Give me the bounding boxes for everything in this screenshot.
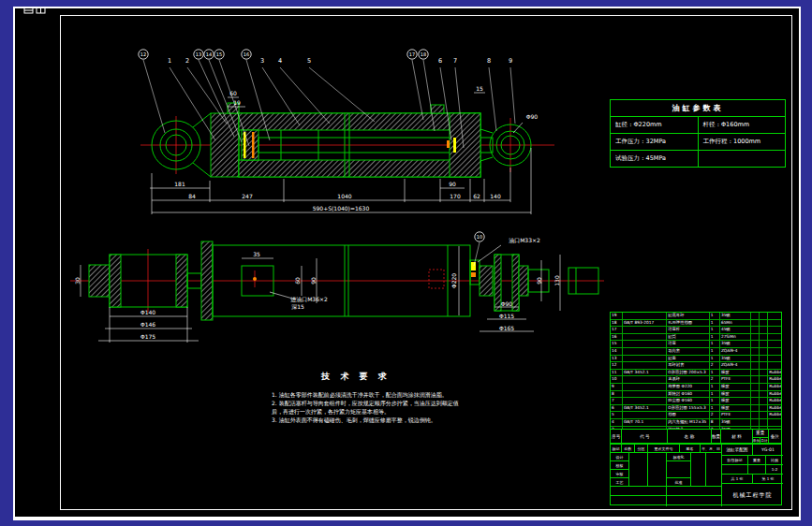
tb-standardize: 标准化 bbox=[667, 453, 691, 461]
dimension-text: 15 bbox=[476, 85, 483, 92]
bom-cell: 65Mn bbox=[720, 320, 751, 327]
bom-h-no: 序号 bbox=[611, 430, 622, 443]
mid-view-seals bbox=[253, 262, 476, 281]
bom-cell: Rubber bbox=[768, 398, 781, 404]
bom-cell: ZQAl9-4 bbox=[720, 348, 751, 355]
bom-cell: 1 bbox=[710, 370, 720, 376]
param-test-pressure: 试验压力：45MPa bbox=[611, 151, 699, 167]
bom-h-code: 代 号 bbox=[622, 430, 668, 443]
bom-cell: 橡胶 bbox=[720, 370, 751, 376]
dimension-text: 90 bbox=[310, 277, 317, 285]
dimension-text: 60 bbox=[294, 277, 301, 285]
tech-req-line: 3. 油缸外表面不得有磕碰伤、毛刺，焊缝应修磨平整，锐边倒钝。 bbox=[272, 416, 459, 424]
bom-cell bbox=[623, 334, 667, 341]
bom-cell: 35钢 bbox=[720, 419, 751, 426]
tb-weight-label: 重量 bbox=[748, 456, 766, 465]
dimension-text: Φ146 bbox=[140, 321, 155, 328]
bom-cell: Rubber bbox=[768, 405, 781, 412]
top-view-geometry bbox=[152, 103, 531, 177]
title-block: 标记 处数 分区 更改文件号 签名 年、月、日 设计 校核 审核 工艺 标准化 … bbox=[610, 444, 782, 505]
bom-cell: 导向套 bbox=[667, 348, 710, 355]
bom-cell bbox=[760, 356, 768, 362]
tb-drawing-code: YG-01 bbox=[753, 445, 783, 456]
dimension-text: Φ90 bbox=[501, 300, 513, 307]
bom-cell bbox=[751, 334, 760, 341]
bom-cell: 27SiMn bbox=[720, 334, 751, 341]
tech-req-line: 后，再进行一次拧紧，各拧紧力矩应基本相等。 bbox=[272, 407, 459, 416]
dimension-text: 油口M33×2 bbox=[509, 237, 540, 244]
dimension-text: 130 bbox=[554, 275, 560, 286]
bom-cell: 挡圈 bbox=[667, 412, 710, 418]
svg-text:10: 10 bbox=[477, 234, 482, 240]
bom-cell: 19 bbox=[611, 313, 623, 319]
bom-cell bbox=[760, 398, 768, 404]
bom-cell: 11 bbox=[611, 370, 623, 376]
bom-h-weight: 重量 单件 总计 bbox=[753, 430, 769, 443]
bom-row: 13缸盖135钢 bbox=[611, 356, 781, 363]
param-pressure: 工作压力：32MPa bbox=[611, 134, 699, 150]
bom-cell: 内六角螺钉 M12×35 bbox=[667, 419, 710, 426]
bom-cell: 5 bbox=[611, 412, 623, 418]
dimension-text: 90 bbox=[536, 277, 542, 285]
bom-cell bbox=[623, 398, 667, 404]
balloon-plain: 5 bbox=[307, 57, 375, 122]
dimension-text: 62 bbox=[473, 193, 480, 199]
bom-row: 4GB/T 70.1内六角螺钉 M12×35835钢 bbox=[611, 419, 781, 427]
dimension-text: Φ140 bbox=[140, 309, 155, 315]
tb-org: 机械工程学院 bbox=[722, 484, 783, 506]
tb-scale-label: 比例 bbox=[766, 456, 783, 465]
bom-row: 19缸底耳环135钢 bbox=[611, 313, 781, 320]
dimension-text: 19 bbox=[233, 99, 241, 106]
bom-row: 15活塞135钢 bbox=[611, 341, 781, 348]
svg-text:12: 12 bbox=[140, 51, 146, 57]
bom-cell: GB/T 70.1 bbox=[623, 419, 667, 426]
tb-drawing-name: 油缸装配图 bbox=[722, 445, 753, 456]
bom-cell: 橡胶 bbox=[720, 405, 751, 412]
bom-cell bbox=[760, 391, 768, 398]
bom-row: 12耳环衬套2ZQAl9-4 bbox=[611, 362, 781, 370]
bom-cell bbox=[760, 320, 768, 327]
bom-cell bbox=[760, 412, 768, 418]
bom-cell bbox=[751, 362, 760, 369]
dimension-text: 170 bbox=[450, 193, 461, 199]
bom-cell: 缸底耳环 bbox=[667, 313, 710, 319]
bom-cell: 缸筒 bbox=[667, 334, 710, 341]
svg-text:9: 9 bbox=[509, 57, 512, 65]
bom-cell: 15 bbox=[611, 341, 623, 347]
tech-req-line: 2. 装配活塞杆与导向套组件时，应按规定顺序分步拧紧，当油压达到额定值 bbox=[272, 399, 459, 407]
bom-cell: 10 bbox=[611, 376, 623, 383]
bom-h-weight-label: 重量 bbox=[753, 430, 768, 438]
bom-cell bbox=[751, 391, 760, 398]
param-bore: 缸径：Φ220mm bbox=[611, 117, 699, 133]
bom-cell bbox=[623, 327, 667, 333]
svg-text:2: 2 bbox=[185, 57, 189, 65]
bom-row: 16缸筒127SiMn bbox=[611, 334, 781, 342]
bom-cell bbox=[623, 341, 667, 347]
tb-stage-label: 阶段标记 bbox=[722, 456, 748, 465]
bom-cell bbox=[751, 384, 760, 390]
bom-row: 18GB/T 893-2017孔用弹性挡圈165Mn bbox=[611, 320, 781, 328]
bom-cell: 1 bbox=[710, 334, 720, 341]
bom-cell: 2 bbox=[710, 362, 720, 369]
tb-scale-value: 1:2 bbox=[766, 465, 783, 475]
bom-row: 10支承环2PTFERubber bbox=[611, 376, 781, 384]
bom-cell bbox=[623, 384, 667, 390]
bom-cell bbox=[751, 320, 760, 327]
bom-cell bbox=[760, 405, 768, 412]
svg-text:6: 6 bbox=[438, 57, 442, 65]
bom-cell bbox=[751, 313, 760, 319]
bom-cell bbox=[760, 384, 768, 390]
bom-row: 6GB/T 3452.1O形密封圈 155×5.31橡胶Rubber bbox=[611, 405, 781, 413]
tb-design: 设计 bbox=[611, 453, 629, 461]
bom-cell bbox=[623, 391, 667, 398]
bom-cell: 活塞 bbox=[667, 341, 710, 347]
dimension-text: 35 bbox=[253, 251, 260, 257]
bom-cell bbox=[623, 412, 667, 418]
svg-text:7: 7 bbox=[453, 57, 457, 65]
bom-cell bbox=[760, 362, 768, 369]
bom-cell: ZQAl9-4 bbox=[720, 362, 751, 369]
svg-text:14: 14 bbox=[206, 51, 212, 57]
bom-cell: 16 bbox=[611, 334, 623, 341]
bom-cell bbox=[768, 320, 781, 327]
bom-cell: 12 bbox=[611, 362, 623, 369]
